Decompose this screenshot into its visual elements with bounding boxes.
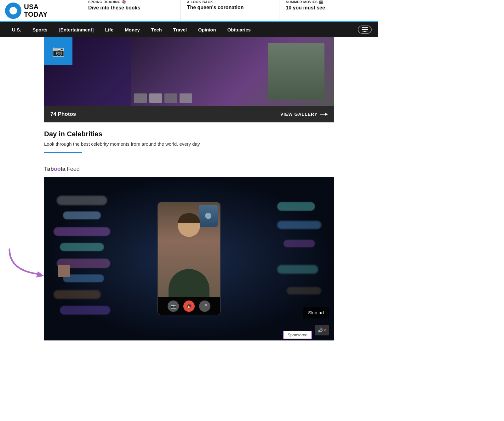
purple-arrow-decoration xyxy=(3,246,47,279)
nav-item-money[interactable]: Money xyxy=(119,22,146,37)
deco-bubble-8 xyxy=(60,306,110,315)
deco-bubble-1 xyxy=(57,196,107,205)
deco-bubble-r5 xyxy=(287,287,321,295)
end-call-button[interactable]: 📵 xyxy=(183,300,195,312)
taboola-logo: Taboola xyxy=(44,166,66,172)
speaker-icon: 🔊 xyxy=(318,328,323,333)
nav-item-travel[interactable]: Travel xyxy=(168,22,192,37)
deco-bubble-r2 xyxy=(277,221,321,229)
logo-text: USATODAY xyxy=(24,3,48,18)
deco-bubble-3 xyxy=(54,227,110,236)
nav-item-us[interactable]: U.S. xyxy=(6,22,27,37)
taboola-header: Taboola Feed xyxy=(44,166,334,172)
gallery-image-area: 📷 xyxy=(44,37,334,106)
gallery-container: 📷 74 Photos VIEW GALLERY xyxy=(44,37,334,122)
nav-label-life: Life xyxy=(105,27,114,32)
person-face xyxy=(178,215,200,237)
deco-bubble-r4 xyxy=(277,265,318,274)
nav-item-entertainment[interactable]: [ Entertainment ] xyxy=(53,22,100,37)
nav-item-sports[interactable]: Sports xyxy=(27,22,53,37)
deco-bubble-r3 xyxy=(284,240,315,247)
mute-button[interactable]: 🎤 xyxy=(199,300,210,312)
video-call-person xyxy=(158,202,220,297)
article-description: Look through the best celebrity moments … xyxy=(44,141,334,148)
promo-title-movies: 10 you must see xyxy=(286,5,372,11)
nav-label-travel: Travel xyxy=(173,27,187,32)
video-call-controls: 📷 📵 🎤 xyxy=(158,297,220,315)
camera-icon: 📷 xyxy=(52,45,65,57)
nav-item-opinion[interactable]: Opinion xyxy=(192,22,222,37)
article-title: Day in Celebrities xyxy=(44,130,334,138)
main-content: 📷 74 Photos VIEW GALLERY xyxy=(38,37,340,342)
promo-item-movies[interactable]: SUMMER MOVIES 🎬 10 you must see xyxy=(279,0,378,21)
promo-title-lookback: The queen's coronation xyxy=(187,4,273,11)
svg-rect-1 xyxy=(362,29,368,30)
mute-ad-button[interactable]: 🔊 ✕ xyxy=(315,325,329,335)
site-header: USATODAY SPRING READING 📚 Dive into thes… xyxy=(0,0,378,22)
video-ad-wrapper: 📷 📵 🎤 Skip ad 🔊 ✕ xyxy=(44,177,334,342)
gallery-thumbnails xyxy=(134,93,192,103)
svg-rect-0 xyxy=(362,27,368,28)
photo-count: 74 Photos xyxy=(50,111,76,117)
promo-label-lookback: A LOOK BACK xyxy=(187,0,273,4)
nav-item-obituaries[interactable]: Obituaries xyxy=(222,22,256,37)
person-hair xyxy=(178,213,200,223)
deco-avatar-left xyxy=(58,265,70,277)
logo-circle xyxy=(5,3,21,19)
inset-person-icon xyxy=(205,213,211,219)
deco-bubble-r1 xyxy=(277,202,315,211)
right-arrow-icon xyxy=(320,114,328,115)
deco-bubble-4 xyxy=(60,243,104,251)
taboola-section: Taboola Feed xyxy=(44,166,334,342)
svg-marker-3 xyxy=(36,271,44,278)
skip-ad-label: Skip ad xyxy=(308,310,324,315)
nav-label-obituaries: Obituaries xyxy=(227,27,251,32)
nav-item-tech[interactable]: Tech xyxy=(146,22,168,37)
taboola-feed-label: Feed xyxy=(67,166,80,172)
svg-marker-2 xyxy=(362,31,368,32)
nav-label-sports: Sports xyxy=(32,27,48,32)
deco-bubble-7 xyxy=(54,290,101,299)
person-body xyxy=(169,269,209,297)
promo-label-spring: SPRING READING 📚 xyxy=(88,0,174,4)
mute-x-icon: ✕ xyxy=(324,328,326,332)
promo-item-lookback[interactable]: A LOOK BACK The queen's coronation xyxy=(181,0,280,21)
video-call-display: 📷 📵 🎤 xyxy=(158,202,220,315)
gallery-bar: 74 Photos VIEW GALLERY xyxy=(44,106,334,122)
video-background: 📷 📵 🎤 xyxy=(44,177,334,340)
inset-video-bg xyxy=(199,205,218,227)
nav-label-us: U.S. xyxy=(12,27,21,32)
nav-more-button[interactable] xyxy=(358,25,372,34)
nav-label-tech: Tech xyxy=(151,27,162,32)
view-gallery-button[interactable]: VIEW GALLERY xyxy=(280,112,328,117)
gallery-person xyxy=(268,43,324,100)
sponsored-badge: Sponsored xyxy=(283,331,312,339)
view-gallery-label: VIEW GALLERY xyxy=(280,112,318,117)
article-section: Day in Celebrities Look through the best… xyxy=(44,122,334,156)
chevron-down-icon xyxy=(362,27,368,32)
logo-area[interactable]: USATODAY xyxy=(0,0,82,21)
skip-ad-button[interactable]: Skip ad xyxy=(303,307,329,318)
promo-title-spring: Dive into these books xyxy=(88,5,174,11)
video-call-small-inset xyxy=(199,205,218,227)
sponsored-label: Sponsored xyxy=(288,333,307,337)
article-divider xyxy=(44,152,82,153)
nav-label-entertainment: Entertainment xyxy=(60,27,92,32)
deco-bubble-2 xyxy=(63,211,101,219)
nav-bar: U.S. Sports [ Entertainment ] Life Money… xyxy=(0,22,378,37)
gallery-camera-button[interactable]: 📷 xyxy=(44,37,72,65)
nav-label-opinion: Opinion xyxy=(198,27,216,32)
nav-label-money: Money xyxy=(125,27,140,32)
nav-item-life[interactable]: Life xyxy=(100,22,119,37)
camera-control-button[interactable]: 📷 xyxy=(168,300,179,312)
promo-bar-area: SPRING READING 📚 Dive into these books A… xyxy=(82,0,378,21)
video-ad-container[interactable]: 📷 📵 🎤 Skip ad 🔊 ✕ xyxy=(44,177,334,340)
promo-item-spring[interactable]: SPRING READING 📚 Dive into these books xyxy=(82,0,181,21)
bracket-right: ] xyxy=(92,27,94,32)
promo-label-movies: SUMMER MOVIES 🎬 xyxy=(286,0,372,4)
